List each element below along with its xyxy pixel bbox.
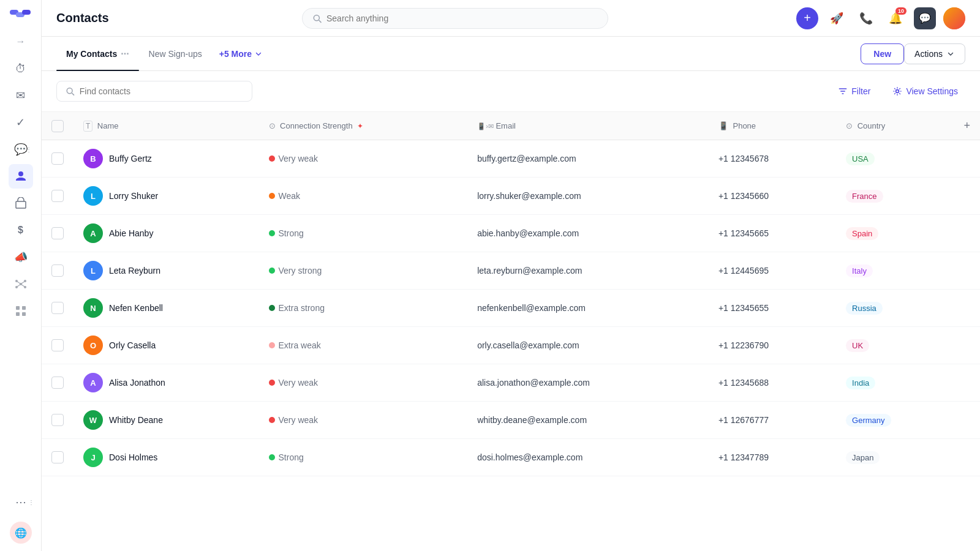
row-checkbox[interactable] xyxy=(51,190,64,202)
sort-icon: ✦ xyxy=(357,122,363,130)
th-phone[interactable]: 📱 Phone xyxy=(709,112,836,140)
row-checkbox-cell[interactable] xyxy=(42,290,74,327)
filter-icon xyxy=(838,86,848,96)
row-strength-cell: Very weak xyxy=(259,364,468,402)
row-checkbox[interactable] xyxy=(51,152,64,165)
row-phone-cell: +1 12345665 xyxy=(709,215,836,252)
view-settings-button[interactable]: View Settings xyxy=(885,81,965,101)
sidebar-item-companies[interactable] xyxy=(9,191,33,216)
svg-point-19 xyxy=(943,7,965,29)
contacts-search-box[interactable] xyxy=(56,81,252,102)
th-connection-strength[interactable]: ⊙ Connection Strength ✦ xyxy=(259,112,468,140)
search-input[interactable] xyxy=(326,13,598,23)
th-name[interactable]: T Name xyxy=(74,112,259,140)
sidebar-item-network[interactable] xyxy=(9,272,33,296)
sidebar-item-revenue[interactable]: $ xyxy=(9,218,33,242)
sidebar-item-dots: ⋮ xyxy=(26,146,32,153)
row-checkbox[interactable] xyxy=(51,339,64,351)
contacts-search-input[interactable] xyxy=(80,86,243,96)
row-phone-cell: +1 12676777 xyxy=(709,402,836,439)
sidebar-item-tasks[interactable]: ✓ xyxy=(9,110,33,135)
row-checkbox[interactable] xyxy=(51,451,64,463)
sidebar-globe-icon[interactable]: 🌐 xyxy=(10,522,32,544)
row-checkbox-cell[interactable] xyxy=(42,140,74,178)
row-checkbox[interactable] xyxy=(51,377,64,389)
strength-dot xyxy=(269,305,275,311)
table-row: A Alisa Jonathon Very weak alisa.jonatho… xyxy=(42,364,980,402)
row-checkbox-cell[interactable] xyxy=(42,402,74,439)
country-badge: USA xyxy=(846,152,875,165)
contact-avatar: L xyxy=(83,186,103,206)
phone-icon[interactable]: 📞 xyxy=(855,7,877,29)
th-phone-icon: 📱 xyxy=(718,121,728,130)
gear-icon xyxy=(892,86,902,96)
sidebar-item-mail[interactable]: ✉ xyxy=(9,83,33,108)
svg-line-10 xyxy=(21,281,25,284)
strength-label: Very weak xyxy=(279,154,318,163)
sidebar-item-marketing[interactable]: 📣 xyxy=(9,245,33,269)
tab-new-signups[interactable]: New Sign-ups xyxy=(139,38,212,70)
row-email-cell: leta.reyburn@example.com xyxy=(467,252,709,290)
tab-my-contacts[interactable]: My Contacts ··· xyxy=(56,37,139,70)
contacts-table: T Name ⊙ Connection Strength ✦ 📱›✉ Email xyxy=(42,112,980,476)
contact-avatar: O xyxy=(83,335,103,355)
th-add-column[interactable]: + xyxy=(954,112,980,140)
chat-icon[interactable]: 💬 xyxy=(914,7,936,29)
row-checkbox[interactable] xyxy=(51,302,64,314)
select-all-checkbox[interactable] xyxy=(51,120,64,132)
th-checkbox[interactable] xyxy=(42,112,74,140)
user-avatar[interactable] xyxy=(943,7,965,29)
th-strength-icon: ⊙ xyxy=(269,121,276,130)
add-button[interactable]: + xyxy=(796,7,818,29)
row-extra-cell xyxy=(954,290,980,327)
filter-button[interactable]: Filter xyxy=(831,81,878,101)
rocket-icon[interactable]: 🚀 xyxy=(826,7,848,29)
sidebar-item-timer[interactable]: ⏱ xyxy=(9,56,33,81)
topbar-search-box[interactable] xyxy=(302,8,608,29)
svg-rect-15 xyxy=(16,312,20,316)
country-badge: Spain xyxy=(846,227,878,240)
row-checkbox-cell[interactable] xyxy=(42,439,74,476)
table-row: L Leta Reyburn Very strong leta.reyburn@… xyxy=(42,252,980,290)
row-country-cell: USA xyxy=(836,140,954,178)
row-strength-cell: Very weak xyxy=(259,140,468,178)
row-name-cell: L Lorry Shuker xyxy=(74,178,259,215)
row-checkbox-cell[interactable] xyxy=(42,178,74,215)
row-checkbox-cell[interactable] xyxy=(42,327,74,364)
th-country[interactable]: ⊙ Country xyxy=(836,112,954,140)
new-button[interactable]: New xyxy=(861,43,904,64)
contact-name-text: Leta Reyburn xyxy=(109,266,160,276)
row-checkbox-cell[interactable] xyxy=(42,252,74,290)
notification-badge: 10 xyxy=(895,7,907,15)
strength-dot xyxy=(269,417,275,423)
row-checkbox[interactable] xyxy=(51,227,64,239)
table-row: B Buffy Gertz Very weak buffy.gertz@exam… xyxy=(42,140,980,178)
contact-name-text: Buffy Gertz xyxy=(109,154,152,163)
row-checkbox[interactable] xyxy=(51,264,64,277)
tab-more[interactable]: +5 More xyxy=(212,49,270,59)
tab-dots[interactable]: ··· xyxy=(121,48,129,59)
sidebar-logo[interactable] xyxy=(10,7,32,24)
row-extra-cell xyxy=(954,439,980,476)
country-badge: Japan xyxy=(846,451,880,464)
actions-button[interactable]: Actions xyxy=(904,43,965,64)
row-checkbox[interactable] xyxy=(51,414,64,426)
sidebar-expand-arrow[interactable]: → xyxy=(13,34,28,49)
row-checkbox-cell[interactable] xyxy=(42,215,74,252)
main-area: Contacts + 🚀 📞 🔔 10 💬 xyxy=(42,0,980,551)
row-email-cell: abie.hanby@example.com xyxy=(467,215,709,252)
topbar-actions: + 🚀 📞 🔔 10 💬 xyxy=(796,7,965,29)
strength-dot xyxy=(269,380,275,386)
contact-avatar: A xyxy=(83,373,103,392)
strength-dot xyxy=(269,156,275,162)
row-email-cell: alisa.jonathon@example.com xyxy=(467,364,709,402)
sidebar-item-contacts[interactable] xyxy=(9,164,33,189)
notification-icon[interactable]: 🔔 10 xyxy=(884,7,907,29)
row-extra-cell xyxy=(954,252,980,290)
th-email[interactable]: 📱›✉ Email xyxy=(467,112,709,140)
sidebar-item-chat[interactable]: 💬 ⋮ xyxy=(9,137,33,162)
sidebar-item-apps[interactable] xyxy=(9,299,33,323)
sidebar-item-more[interactable]: ⋯ ⋮ xyxy=(9,490,33,514)
row-name-cell: A Alisa Jonathon xyxy=(74,364,259,402)
row-checkbox-cell[interactable] xyxy=(42,364,74,402)
